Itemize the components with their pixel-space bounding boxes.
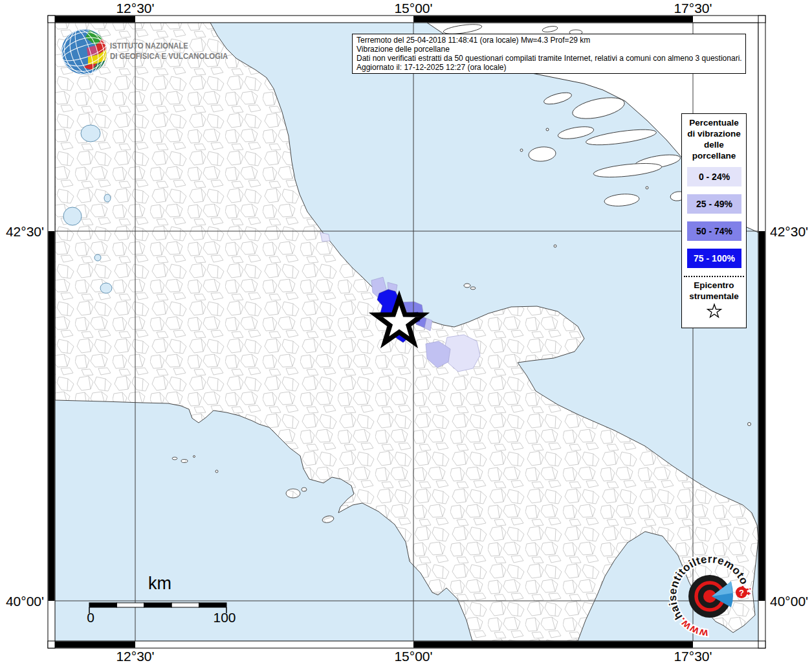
axis-left-40-00: 40°00' — [3, 594, 44, 609]
legend-label-0-24: 0 - 24% — [698, 172, 730, 182]
legend-label-75-100: 75 - 100% — [694, 253, 735, 264]
map-canvas: www.haisentitoilterremoto.it ? — [0, 0, 812, 663]
epicenter-star-icon — [706, 303, 723, 320]
legend-divider — [684, 276, 744, 277]
info-line-event: Terremoto del 25-04-2018 11:48:41 (ora l… — [357, 36, 741, 45]
axis-top-12-30: 12°30' — [116, 1, 154, 16]
legend-epicenter-label: Epicentro strumentale — [682, 280, 746, 302]
ingv-line1: ISTITUTO NAZIONALE — [110, 41, 228, 51]
axis-bottom-15-00: 15°00' — [394, 649, 432, 663]
axis-top-17-30: 17°30' — [674, 1, 712, 16]
legend-title-line: porcellane — [682, 150, 746, 161]
ingv-line2: DI GEOFISICA E VULCANOLOGIA — [110, 51, 228, 62]
axis-left-42-30: 42°30' — [3, 224, 44, 240]
legend-epicenter-line: strumentale — [682, 291, 746, 302]
axis-bottom-12-30: 12°30' — [116, 649, 154, 663]
legend-swatch-25-49: 25 - 49% — [687, 194, 741, 214]
map-screenshot: www.haisentitoilterremoto.it ? — [0, 0, 812, 663]
legend-swatch-50-74: 50 - 74% — [687, 221, 741, 241]
axis-right-42-30: 42°30' — [770, 224, 808, 240]
earthquake-info-box: Terremoto del 25-04-2018 11:48:41 (ora l… — [352, 34, 746, 74]
axis-bottom-17-30: 17°30' — [674, 649, 712, 663]
info-line-source: Dati non verificati estratti da 50 quest… — [357, 54, 741, 63]
scale-bar-unit: km — [148, 574, 171, 594]
legend-swatch-0-24: 0 - 24% — [687, 167, 741, 186]
legend-label-25-49: 25 - 49% — [696, 199, 732, 209]
question-badge-glyph: ? — [739, 588, 744, 598]
legend-title-line: di vibrazione — [682, 128, 746, 139]
info-line-effect: Vibrazione delle porcellane — [357, 45, 741, 54]
legend-title-line: delle — [682, 139, 746, 150]
scale-bar-min: 0 — [87, 610, 94, 625]
legend: Percentuale di vibrazione delle porcella… — [681, 113, 747, 328]
ingv-logo-text: ISTITUTO NAZIONALE DI GEOFISICA E VULCAN… — [110, 41, 228, 62]
axis-top-15-00: 15°00' — [394, 1, 432, 16]
legend-swatch-75-100: 75 - 100% — [687, 249, 741, 268]
scale-bar-max: 100 — [213, 610, 236, 625]
legend-title-line: Percentuale — [682, 117, 746, 128]
axis-right-40-00: 40°00' — [770, 594, 808, 609]
legend-epicenter-line: Epicentro — [682, 280, 746, 291]
legend-title: Percentuale di vibrazione delle porcella… — [682, 117, 746, 161]
info-line-updated: Aggiornato il: 17-12-2025 12:27 (ora loc… — [357, 63, 741, 72]
legend-label-50-74: 50 - 74% — [696, 226, 732, 236]
map-area: www.haisentitoilterremoto.it ? — [55, 23, 758, 641]
